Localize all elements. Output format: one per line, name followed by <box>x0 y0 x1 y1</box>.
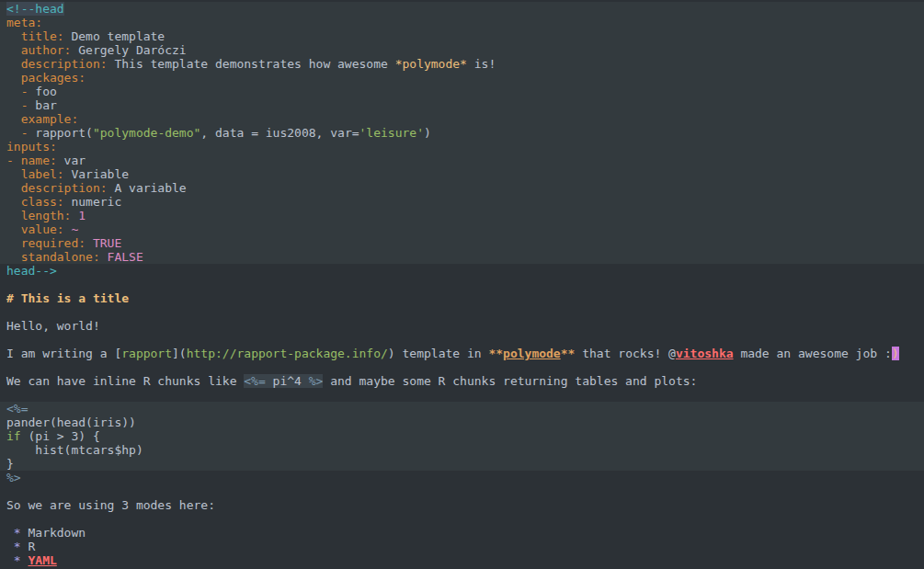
code-span: So we are using 3 modes here: <box>6 498 215 512</box>
text-cursor: ) <box>892 347 899 360</box>
chunk-close-marker: %> <box>6 471 21 484</box>
code-span: that rocks! @ <box>575 347 676 360</box>
code-span: rapport( <box>28 126 92 140</box>
code-span: bar <box>28 98 56 112</box>
code-span: meta: <box>6 16 42 29</box>
code-span: ]( <box>172 347 187 360</box>
list-bullet: * <box>14 553 21 567</box>
inline-r-code: pi^4 <box>266 374 309 388</box>
link-rapport[interactable]: rapport <box>121 347 172 360</box>
code-span: A variable <box>108 181 187 195</box>
yaml-line: standalone: FALSE <box>0 250 924 264</box>
polymode-editor-buffer[interactable]: <!--headmeta: title: Demo template autho… <box>0 0 924 569</box>
comment-open-marker: <!--head <box>6 2 64 16</box>
code-span: - <box>6 85 28 98</box>
comment-close-marker: head--> <box>6 264 57 278</box>
markdown-list-item: * R <box>0 540 924 553</box>
yaml-line: value: ~ <box>0 222 924 236</box>
yaml-line: - foo <box>0 85 924 98</box>
blank-line <box>0 305 924 319</box>
code-span: This template demonstrates how awesome <box>108 57 395 71</box>
code-span: TRUE <box>86 236 121 250</box>
yaml-line: length: 1 <box>0 209 924 222</box>
blank-line <box>0 333 924 347</box>
blank-line <box>0 388 924 402</box>
inline-chunk-close-marker: %> <box>309 374 324 388</box>
code-span: Demo template <box>64 29 165 43</box>
code-span: numeric <box>64 195 122 209</box>
blank-line <box>0 278 924 291</box>
yaml-line: class: numeric <box>0 195 924 209</box>
yaml-line: packages: <box>0 71 924 85</box>
code-span: value: <box>6 222 64 236</box>
yaml-line: - bar <box>0 98 924 112</box>
code-span: "polymode-demo" <box>93 126 200 140</box>
blank-line <box>0 484 924 498</box>
chunk-open-marker: <%= <box>6 402 28 415</box>
yaml-line: description: This template demonstrates … <box>0 57 924 71</box>
code-span: We can have inline R chunks like <box>6 374 244 388</box>
markdown-paragraph: We can have inline R chunks like <%= pi^… <box>0 374 924 388</box>
code-span: - name: <box>6 154 57 167</box>
r-code-line: if (pi > 3) { <box>0 429 924 443</box>
markdown-paragraph: I am writing a [rapport](http://rapport-… <box>0 347 924 360</box>
markdown-list-item: * Markdown <box>0 526 924 540</box>
code-span: ** <box>561 347 576 360</box>
link-yaml[interactable]: YAML <box>28 553 56 567</box>
code-span: Markdown <box>21 526 86 540</box>
yaml-line: author: Gergely Daróczi <box>0 43 924 57</box>
r-chunk-close-line: %> <box>0 471 924 484</box>
code-span: ~ <box>64 222 79 236</box>
code-span: packages: <box>6 71 86 85</box>
markdown-paragraph: So we are using 3 modes here: <box>0 498 924 512</box>
mention-vitoshka[interactable]: vitoshka <box>676 347 734 360</box>
markdown-heading: # This is a title <box>0 291 924 305</box>
code-span: ) template in <box>388 347 489 360</box>
code-span: 1 <box>71 209 86 222</box>
code-span: I am writing a [ <box>6 347 121 360</box>
code-span: length: <box>6 209 71 222</box>
code-span: description: <box>6 57 108 71</box>
code-span: } <box>6 457 14 471</box>
code-span: ** <box>488 347 503 360</box>
code-span: if <box>6 429 21 443</box>
code-span: standalone: <box>6 250 100 264</box>
link-url[interactable]: http://rapport-package.info/ <box>187 347 388 360</box>
code-span: required: <box>6 236 86 250</box>
yaml-line: title: Demo template <box>0 29 924 43</box>
yaml-head-open-line: <!--head <box>0 2 924 16</box>
code-span: 'leisure' <box>359 126 424 140</box>
r-code-line: } <box>0 457 924 471</box>
yaml-line: label: Variable <box>0 167 924 181</box>
markdown-paragraph: Hello, world! <box>0 319 924 333</box>
code-span: foo <box>28 85 56 98</box>
r-chunk-open-line: <%= <box>0 402 924 415</box>
code-span: var <box>57 154 86 167</box>
code-span <box>6 526 14 540</box>
link-polymode[interactable]: polymode <box>503 347 561 360</box>
code-span: label: <box>6 167 64 181</box>
code-span: and maybe some R chunks returning tables… <box>323 374 697 388</box>
yaml-line: - name: var <box>0 154 924 167</box>
code-span: (pi > 3) { <box>21 429 100 443</box>
markdown-list-item: * YAML <box>0 553 924 567</box>
code-span: # This is a title <box>6 291 129 305</box>
yaml-head-close-line: head--> <box>0 264 924 278</box>
code-span: Gergely Daróczi <box>71 43 186 57</box>
code-span: example: <box>6 112 78 126</box>
code-span: made an awesome job : <box>734 347 892 360</box>
code-span: description: <box>6 181 108 195</box>
yaml-line: meta: <box>0 16 924 29</box>
list-bullet: * <box>14 526 21 540</box>
code-span <box>6 540 14 553</box>
r-code-line: hist(mtcars$hp) <box>0 443 924 457</box>
code-span: ) <box>424 126 431 140</box>
inline-chunk-open-marker: <%= <box>244 374 265 388</box>
code-span: class: <box>6 195 64 209</box>
code-span: is! <box>467 57 496 71</box>
code-span: *polymode* <box>395 57 467 71</box>
yaml-line: inputs: <box>0 140 924 154</box>
code-span: , data = ius2008, var= <box>200 126 359 140</box>
code-span: FALSE <box>100 250 143 264</box>
code-span: inputs: <box>6 140 57 154</box>
